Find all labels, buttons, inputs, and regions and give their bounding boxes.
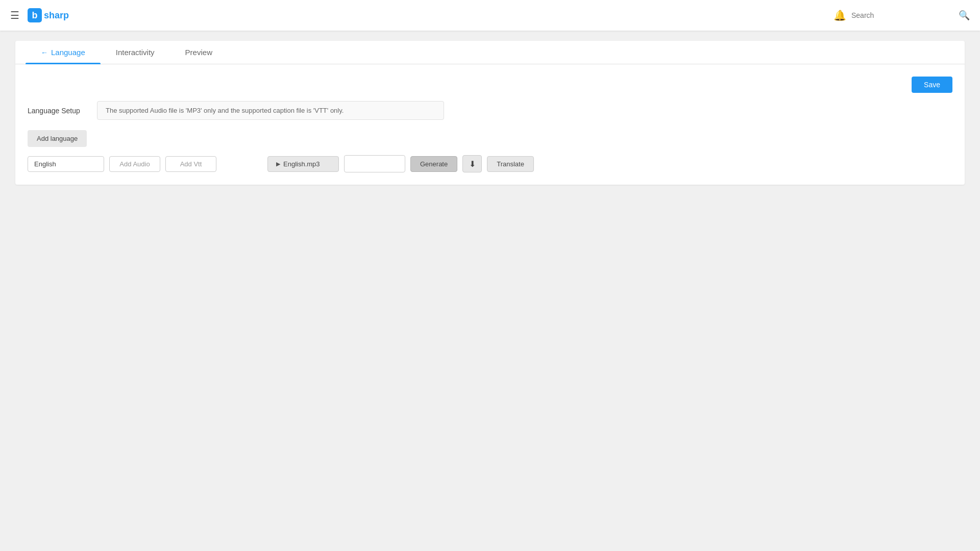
save-btn-row: Save [28,77,952,93]
audio-player-label: English.mp3 [283,160,320,168]
translate-button[interactable]: Translate [487,156,534,172]
content-area: ← Language Interactivity Preview Save La… [0,41,980,185]
tab-content: Save Language Setup The supported Audio … [15,64,965,185]
search-icon[interactable]: 🔍 [959,10,970,21]
search-input[interactable] [851,11,953,19]
tab-interactivity[interactable]: Interactivity [101,41,170,64]
language-setup-label: Language Setup [28,107,89,115]
tab-language-label: Language [51,48,85,57]
language-input[interactable] [28,156,104,172]
download-icon: ⬇ [469,159,476,169]
tab-preview[interactable]: Preview [170,41,228,64]
tab-language[interactable]: ← Language [26,41,101,64]
play-icon: ▶ [276,161,280,167]
hamburger-icon[interactable]: ☰ [10,9,19,21]
language-setup-info: The supported Audio file is 'MP3' only a… [97,101,444,120]
generate-button[interactable]: Generate [410,156,457,172]
add-language-button[interactable]: Add language [28,130,87,147]
tabs-header: ← Language Interactivity Preview [15,41,965,64]
tab-panel: ← Language Interactivity Preview Save La… [15,41,965,185]
tab-preview-label: Preview [185,48,212,57]
save-button[interactable]: Save [912,77,952,93]
logo: b sharp [28,8,69,22]
download-button[interactable]: ⬇ [462,155,482,172]
back-arrow-icon: ← [41,48,48,57]
bell-icon[interactable]: 🔔 [834,9,846,21]
add-vtt-button[interactable]: Add Vtt [165,156,216,172]
audio-player-button[interactable]: ▶ English.mp3 [267,156,339,172]
top-nav: ☰ b sharp 🔔 🔍 [0,0,980,31]
tab-interactivity-label: Interactivity [116,48,155,57]
search-area: 🔔 🔍 [834,9,970,21]
logo-b-icon: b [28,8,42,22]
logo-text: sharp [44,10,69,21]
vtt-placeholder-box [344,155,405,172]
language-setup-row: Language Setup The supported Audio file … [28,101,952,120]
language-row: Add Audio Add Vtt ▶ English.mp3 Generate… [28,155,952,172]
add-audio-button[interactable]: Add Audio [109,156,160,172]
